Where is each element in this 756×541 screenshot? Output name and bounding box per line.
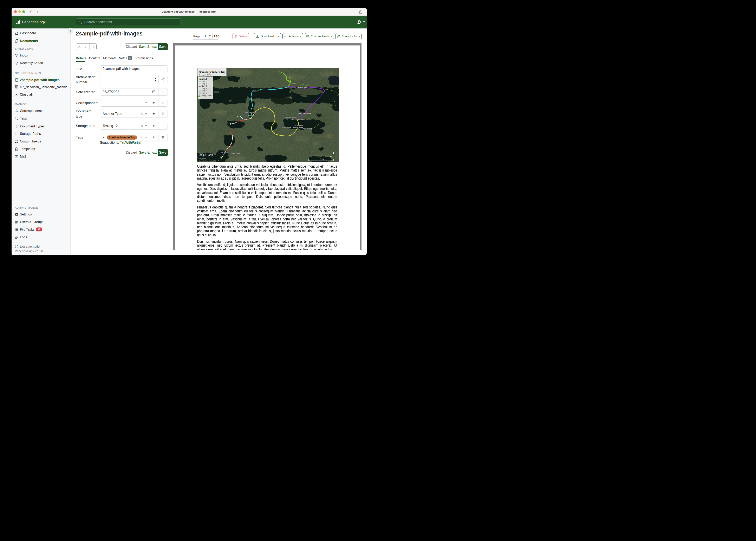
svg-text:Day 5: Day 5 — [202, 90, 207, 92]
svg-text:3 mi: 3 mi — [320, 158, 324, 161]
svg-text:Text: Text — [265, 125, 271, 128]
svg-text:Day 3: Day 3 — [202, 85, 207, 87]
svg-text:Boundary Waters Trip: Boundary Waters Trip — [199, 71, 225, 74]
svg-text:Day 1: Day 1 — [202, 80, 207, 82]
svg-text:Gary Island: Gary Island — [247, 114, 254, 116]
svg-text:Indian Grave Island: Indian Grave Island — [298, 112, 311, 114]
svg-text:Day 6: Day 6 — [202, 92, 207, 94]
svg-text:N: N — [330, 156, 332, 159]
svg-text:Mile Island: Mile Island — [221, 151, 228, 153]
svg-text:Charlies Island: Charlies Island — [230, 152, 240, 154]
svg-text:Legend: Legend — [199, 78, 207, 80]
svg-text:Six days in BWCA: Six days in BWCA — [199, 74, 212, 76]
svg-text:Google Earth: Google Earth — [197, 153, 213, 156]
svg-text:New York Island: New York Island — [245, 112, 256, 113]
svg-text:© 2017 Google: © 2017 Google — [197, 158, 206, 159]
svg-text:Squirrel Island: Squirrel Island — [302, 127, 312, 129]
svg-text:Image © 2017 DigitalGlobe: Image © 2017 DigitalGlobe — [197, 159, 212, 161]
svg-text:Day 2: Day 2 — [202, 82, 207, 84]
svg-text:Norway Island: Norway Island — [293, 127, 303, 129]
svg-text:Hausons Island: Hausons Island — [297, 86, 307, 88]
svg-text:Entry Point 24: Entry Point 24 — [202, 95, 213, 97]
svg-text:Washington Island: Washington Island — [292, 118, 305, 120]
svg-text:Lincoln Island: Lincoln Island — [294, 125, 303, 126]
svg-text:Canoe Island: Canoe Island — [282, 126, 291, 128]
svg-text:Half Dog Island: Half Dog Island — [285, 116, 296, 118]
svg-text:Day 4: Day 4 — [202, 87, 207, 89]
